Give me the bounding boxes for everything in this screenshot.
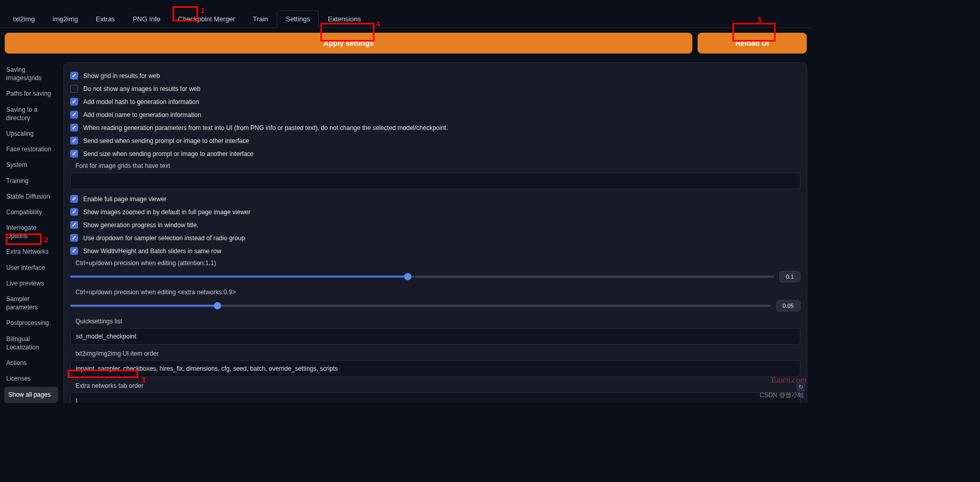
- sidebar-postprocessing[interactable]: Postprocessing: [4, 316, 58, 330]
- tab-train[interactable]: Train: [244, 10, 277, 28]
- font-label: Font for image grids that have text: [70, 160, 801, 172]
- checkbox-zoom-default[interactable]: [70, 208, 78, 216]
- uiorder-input[interactable]: [70, 360, 801, 377]
- sidebar-face-restoration[interactable]: Face restoration: [4, 142, 58, 157]
- sidebar-sampler-params[interactable]: Sampler parameters: [4, 292, 58, 315]
- extranet-input[interactable]: [70, 393, 801, 403]
- tab-txt2img[interactable]: txt2img: [4, 10, 44, 28]
- main-tabs: txt2img img2img Extras PNG Info Checkpoi…: [0, 5, 811, 28]
- sidebar-saving-directory[interactable]: Saving to a directory: [4, 102, 58, 125]
- tab-settings[interactable]: Settings: [277, 10, 319, 28]
- tab-extensions[interactable]: Extensions: [319, 10, 370, 28]
- checkbox-fullpage-viewer[interactable]: [70, 195, 78, 203]
- settings-sidebar: Saving images/grids Paths for saving Sav…: [4, 62, 58, 403]
- watermark-site: Yuucn.com: [770, 375, 806, 385]
- slider1-value[interactable]: 0.1: [779, 271, 801, 282]
- annotation-num-1: 1: [201, 6, 205, 15]
- checkbox-model-hash[interactable]: [70, 98, 78, 106]
- sidebar-stable-diffusion[interactable]: Stable Diffusion: [4, 189, 58, 204]
- sidebar-bilingual[interactable]: Bilingual Localization: [4, 332, 58, 355]
- annotation-num-4: 4: [376, 20, 380, 28]
- label-no-images: Do not show any images in results for we…: [83, 85, 200, 93]
- sidebar-show-all[interactable]: Show all pages: [4, 387, 58, 402]
- checkbox-sliders-row[interactable]: [70, 247, 78, 255]
- checkbox-show-grid[interactable]: [70, 72, 78, 80]
- checkbox-dropdown-sampler[interactable]: [70, 234, 78, 242]
- slider2-label: Ctrl+up/down precision when editing <ext…: [70, 286, 801, 298]
- label-show-grid: Show grid in results for web: [83, 72, 160, 80]
- sidebar-actions[interactable]: Actions: [4, 356, 58, 370]
- checkbox-send-size[interactable]: [70, 150, 78, 158]
- reload-ui-button[interactable]: Reload UI: [698, 33, 807, 54]
- uiorder-label: txt2img/img2img UI item order: [70, 348, 801, 359]
- checkbox-send-seed[interactable]: [70, 137, 78, 145]
- sidebar-extra-networks[interactable]: Extra Networks: [4, 244, 58, 259]
- label-send-size: Send size when sending prompt or image t…: [83, 150, 254, 158]
- sidebar-licenses[interactable]: Licenses: [4, 371, 58, 386]
- tab-pnginfo[interactable]: PNG Info: [124, 10, 169, 28]
- label-model-name: Add model name to generation information: [83, 111, 201, 119]
- quicksettings-input[interactable]: [70, 328, 801, 345]
- sidebar-system[interactable]: System: [4, 158, 58, 172]
- sidebar-paths[interactable]: Paths for saving: [4, 86, 58, 101]
- sidebar-compatibility[interactable]: Compatibility: [4, 205, 58, 219]
- slider-extranet-precision[interactable]: [70, 305, 771, 307]
- checkbox-read-params[interactable]: [70, 124, 78, 132]
- checkbox-no-images[interactable]: [70, 85, 78, 93]
- annotation-num-3: 3: [141, 376, 146, 384]
- settings-panel: Show grid in results for web Do not show…: [63, 62, 807, 403]
- sidebar-interrogate[interactable]: Interrogate Options: [4, 220, 58, 243]
- checkbox-progress-title[interactable]: [70, 221, 78, 229]
- extranet-label: Extra networks tab order: [70, 380, 801, 392]
- slider-attention-precision[interactable]: [70, 276, 774, 278]
- watermark-author: CSDN @曾小蛙: [759, 391, 804, 400]
- sidebar-saving-images[interactable]: Saving images/grids: [4, 62, 58, 85]
- annotation-num-2: 2: [44, 236, 48, 244]
- label-send-seed: Send seed when sending prompt or image t…: [83, 137, 249, 145]
- label-model-hash: Add model hash to generation information: [83, 98, 199, 106]
- label-read-params: When reading generation parameters from …: [83, 124, 448, 132]
- quicksettings-label: Quicksettings list: [70, 316, 801, 327]
- sidebar-training[interactable]: Training: [4, 174, 58, 188]
- sidebar-upscaling[interactable]: Upscaling: [4, 126, 58, 141]
- font-input[interactable]: [70, 173, 801, 189]
- apply-settings-button[interactable]: Apply settings: [5, 33, 692, 54]
- sidebar-live-previews[interactable]: Live previews: [4, 276, 58, 291]
- checkbox-model-name[interactable]: [70, 111, 78, 119]
- tab-checkpoint-merger[interactable]: Checkpoint Merger: [169, 10, 244, 28]
- tab-extras[interactable]: Extras: [87, 10, 124, 28]
- tab-img2img[interactable]: img2img: [44, 10, 87, 28]
- slider1-label: Ctrl+up/down precision when editing (att…: [70, 257, 801, 269]
- sidebar-user-interface[interactable]: User interface: [4, 260, 58, 275]
- slider2-value[interactable]: 0.05: [776, 300, 801, 311]
- annotation-num-5: 5: [758, 16, 762, 24]
